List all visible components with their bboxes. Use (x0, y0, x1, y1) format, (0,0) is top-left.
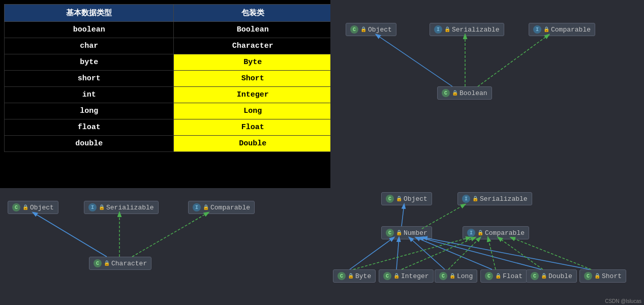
node-integer: C 🔒 Integer (379, 269, 434, 283)
interface-icon: I (462, 195, 470, 203)
class-icon: C (350, 25, 358, 34)
node-comparable: I 🔒 Comparable (463, 226, 529, 239)
table-row: boolean Boolean (5, 22, 332, 38)
table-row: char Character (5, 38, 332, 54)
node-comparable: I 🔒 Comparable (188, 201, 255, 214)
lock-icon: 🔒 (360, 26, 366, 33)
svg-line-18 (498, 237, 543, 269)
node-label: Object (30, 204, 54, 211)
diagram-boolean: C 🔒 Object I 🔒 Serializable I 🔒 Comparab… (330, 0, 644, 188)
wrapper-cell: Long (174, 103, 332, 119)
lock-icon: 🔒 (104, 260, 110, 266)
lock-icon: 🔒 (396, 230, 402, 236)
node-label: Double (548, 272, 572, 280)
lock-icon: 🔒 (543, 26, 549, 33)
class-icon: C (94, 259, 102, 267)
node-label: Short (602, 272, 622, 280)
svg-line-8 (350, 237, 394, 269)
node-long: C 🔒 Long (435, 269, 477, 283)
node-serializable: I 🔒 Serializable (84, 201, 159, 214)
class-icon: C (531, 272, 539, 280)
node-double: C 🔒 Double (526, 269, 577, 283)
csdn-watermark: CSDN @lslucas (605, 298, 641, 304)
interface-icon: I (434, 25, 442, 34)
node-label: Integer (401, 272, 429, 280)
svg-line-19 (511, 237, 591, 269)
primitive-cell: double (5, 136, 174, 152)
lock-icon: 🔒 (203, 204, 209, 210)
lock-icon: 🔒 (444, 26, 450, 33)
node-boolean: C 🔒 Boolean (437, 86, 492, 100)
node-label: Comparable (210, 204, 250, 211)
node-label: Float (503, 272, 523, 280)
node-float: C 🔒 Float (480, 269, 527, 283)
table-row: byte Byte (5, 54, 332, 71)
svg-line-10 (409, 237, 445, 269)
svg-line-17 (488, 237, 496, 269)
class-icon: C (439, 272, 447, 280)
table-row: double Double (5, 136, 332, 152)
class-icon: C (12, 203, 20, 211)
table-row: long Long (5, 103, 332, 119)
primitive-cell: int (5, 87, 174, 103)
lock-icon: 🔒 (495, 273, 501, 279)
node-object: C 🔒 Object (346, 23, 396, 36)
primitive-cell: short (5, 71, 174, 87)
node-short: C 🔒 Short (579, 269, 626, 283)
class-icon: C (383, 272, 391, 280)
lock-icon: 🔒 (99, 204, 105, 210)
svg-line-11 (416, 237, 492, 269)
wrapper-cell: Integer (174, 87, 332, 103)
node-object: C 🔒 Object (8, 201, 58, 214)
lock-icon: 🔒 (541, 273, 547, 279)
data-types-table: 基本数据类型 包装类 boolean Boolean char Characte… (4, 4, 332, 152)
arrows-svg (330, 188, 644, 305)
node-label: Object (404, 195, 427, 203)
wrapper-cell: Boolean (174, 22, 332, 38)
svg-line-2 (478, 35, 549, 86)
lock-icon: 🔒 (594, 273, 600, 279)
lock-icon: 🔒 (348, 273, 354, 279)
interface-icon: I (467, 229, 475, 237)
wrapper-cell: Byte (174, 54, 332, 71)
interface-icon: I (193, 203, 201, 211)
table-row: float Float (5, 119, 332, 136)
class-icon: C (386, 229, 394, 237)
class-icon: C (442, 89, 450, 97)
table-row: int Integer (5, 87, 332, 103)
lock-icon: 🔒 (393, 273, 400, 279)
interface-icon: I (88, 203, 97, 211)
col-header-wrapper: 包装类 (174, 5, 332, 22)
lock-icon: 🔒 (396, 196, 402, 202)
diagram-number: C 🔒 Object I 🔒 Serializable C 🔒 Number I… (330, 188, 644, 305)
node-label: Serializable (106, 204, 154, 211)
node-label: Serializable (452, 26, 500, 34)
class-icon: C (338, 272, 346, 280)
table-row: short Short (5, 71, 332, 87)
lock-icon: 🔒 (472, 196, 478, 202)
svg-line-13 (423, 237, 590, 269)
lock-icon: 🔒 (22, 204, 28, 210)
node-object: C 🔒 Object (381, 192, 432, 205)
svg-line-12 (419, 237, 541, 269)
node-label: Comparable (551, 26, 591, 34)
lock-icon: 🔒 (449, 273, 455, 279)
svg-line-0 (376, 35, 452, 86)
svg-line-16 (448, 237, 480, 269)
node-label: Long (457, 272, 473, 280)
lock-icon: 🔒 (477, 230, 483, 236)
wrapper-cell: Double (174, 136, 332, 152)
node-label: Comparable (485, 229, 525, 237)
svg-line-5 (132, 212, 208, 257)
class-icon: C (584, 272, 592, 280)
wrapper-cell: Float (174, 119, 332, 136)
node-character: C 🔒 Character (89, 257, 151, 270)
class-icon: C (485, 272, 493, 280)
diagram-character: C 🔒 Object I 🔒 Serializable I 🔒 Comparab… (0, 188, 330, 305)
node-comparable: I 🔒 Comparable (529, 23, 595, 36)
interface-icon: I (533, 25, 541, 34)
node-label: Number (404, 229, 427, 237)
wrapper-cell: Character (174, 38, 332, 54)
primitive-cell: char (5, 38, 174, 54)
primitive-cell: boolean (5, 22, 174, 38)
